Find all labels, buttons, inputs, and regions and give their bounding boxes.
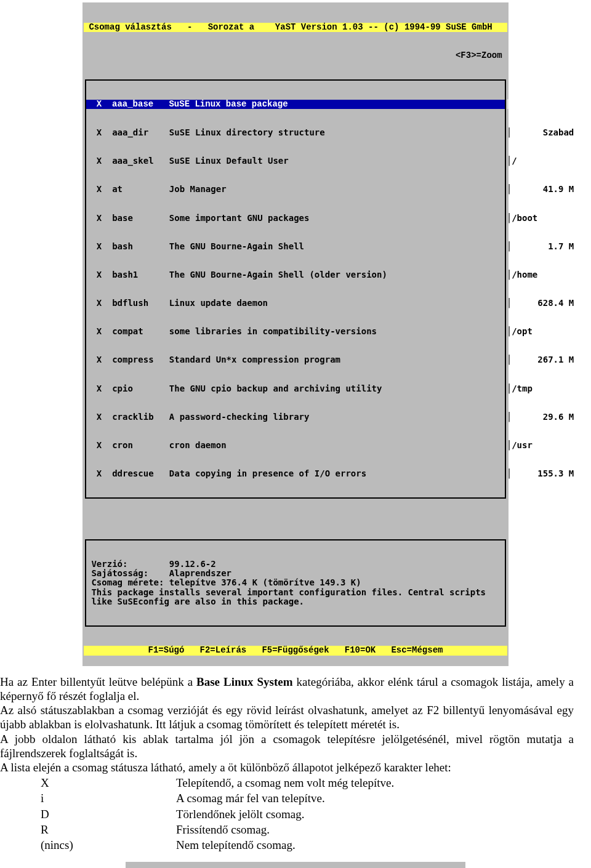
legend-table: XTelepítendő, a csomag nem volt még tele… bbox=[39, 774, 406, 853]
package-row[interactable]: X base Some important GNU packages │/boo… bbox=[86, 214, 505, 223]
paragraph: Ha az Enter billentyűt leütve belépünk a… bbox=[0, 675, 574, 703]
package-row[interactable]: X bash The GNU Bourne-Again Shell │ 1.7 … bbox=[86, 242, 505, 251]
package-row[interactable]: X bash1 The GNU Bourne-Again Shell (olde… bbox=[86, 270, 505, 279]
package-row[interactable]: X cron cron daemon │/usr bbox=[86, 441, 505, 450]
package-list-box[interactable]: X aaa_base SuSE Linux base package │Bekö… bbox=[85, 79, 506, 499]
title-bar: Csomag választás - Sorozat a YaST Versio… bbox=[84, 23, 507, 32]
zoom-hint: <F3>=Zoom bbox=[84, 51, 507, 60]
package-row[interactable]: X ddrescue Data copying in presence of I… bbox=[86, 469, 505, 478]
package-row[interactable]: X compress Standard Un*x compression pro… bbox=[86, 355, 505, 364]
selected-row[interactable]: X aaa_base SuSE Linux base package │Bekö… bbox=[86, 100, 505, 109]
footer-bar[interactable]: F1=Súgó F2=Leírás F5=Függőségek F10=OK E… bbox=[84, 646, 507, 655]
package-row[interactable]: X cracklib A password-checking library │… bbox=[86, 412, 505, 422]
package-row[interactable]: X aaa_dir SuSE Linux directory structure… bbox=[86, 128, 505, 137]
snippet-window: X bash The GNU Bourne-Again Shell bash1 … bbox=[126, 862, 465, 868]
info-text: Verzió: 99.12.6-2 Sajátosság: Alaprendsz… bbox=[86, 560, 505, 607]
yast-main-window: Csomag választás - Sorozat a YaST Versio… bbox=[82, 2, 509, 666]
paragraph: Az alsó státuszablakban a csomag verziój… bbox=[0, 703, 574, 731]
package-row[interactable]: X cpio The GNU cpio backup and archiving… bbox=[86, 384, 505, 393]
legend-row: (nincs)Nem telepítendő csomag. bbox=[41, 838, 405, 852]
legend-row: DTörlendőnek jelölt csomag. bbox=[41, 807, 405, 821]
package-row[interactable]: X aaa_skel SuSE Linux Default User │/ bbox=[86, 156, 505, 166]
legend-row: XTelepítendő, a csomag nem volt még tele… bbox=[41, 776, 405, 790]
paragraph: A lista elején a csomag státusza látható… bbox=[0, 760, 574, 774]
info-box: Verzió: 99.12.6-2 Sajátosság: Alaprendsz… bbox=[85, 539, 506, 627]
legend-row: RFrissítendő csomag. bbox=[41, 822, 405, 837]
paragraph: A jobb oldalon látható kis ablak tartalm… bbox=[0, 732, 574, 760]
package-row[interactable]: X at Job Manager │ 41.9 M bbox=[86, 185, 505, 194]
legend-row: iA csomag már fel van telepítve. bbox=[41, 791, 405, 805]
package-row[interactable]: X compat some libraries in compatibility… bbox=[86, 327, 505, 336]
package-row[interactable]: X bdflush Linux update daemon │ 628.4 M bbox=[86, 299, 505, 308]
